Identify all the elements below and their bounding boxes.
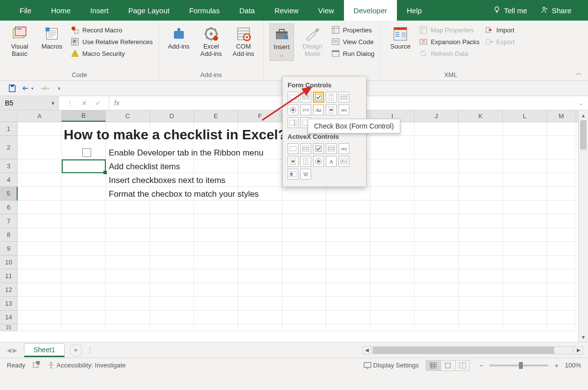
form-label-control[interactable]: Aa <box>313 104 324 115</box>
tab-insert[interactable]: Insert <box>80 0 119 21</box>
tab-help[interactable]: Help <box>397 0 432 21</box>
expansion-packs-button[interactable]: Expansion Packs <box>419 37 480 46</box>
hscroll-thumb[interactable] <box>373 347 554 354</box>
row-header-9[interactable]: 9 <box>0 242 18 256</box>
col-header-B[interactable]: B <box>62 110 106 122</box>
add-sheet-button[interactable]: + <box>70 344 82 357</box>
row-header-13[interactable]: 13 <box>0 297 18 311</box>
row-header-4[interactable]: 4 <box>0 173 18 187</box>
display-settings[interactable]: Display Settings <box>364 362 419 369</box>
zoom-out[interactable]: − <box>477 361 486 370</box>
row-header-5[interactable]: 5 <box>0 187 18 201</box>
col-header-M[interactable]: M <box>547 110 576 122</box>
record-macro-button[interactable]: Record Macro <box>71 26 153 34</box>
ax-checkbox-control[interactable] <box>313 143 324 154</box>
accessibility-status[interactable]: Accessibility: Investigate <box>47 362 126 369</box>
refresh-data-button[interactable]: Refresh Data <box>419 49 480 58</box>
ax-listbox-control[interactable] <box>326 143 337 154</box>
row-header-2[interactable]: 2 <box>0 136 18 159</box>
tab-review[interactable]: Review <box>265 0 308 21</box>
row-header-11[interactable]: 11 <box>0 269 18 283</box>
form-optionbutton-control[interactable] <box>288 104 298 115</box>
col-header-D[interactable]: D <box>150 110 194 122</box>
tab-grip[interactable]: ⋮ <box>82 347 98 354</box>
hscroll-right[interactable]: ▶ <box>574 346 583 355</box>
form-scrollbar-control[interactable] <box>326 104 337 115</box>
ax-button-control[interactable] <box>288 143 298 154</box>
form-spinner-control[interactable] <box>326 92 337 103</box>
vscroll-thumb[interactable] <box>580 120 587 150</box>
ax-label-control[interactable]: A <box>326 156 337 167</box>
row-header-6[interactable]: 6 <box>0 201 18 214</box>
row-header-7[interactable]: 7 <box>0 214 18 228</box>
row-header-15[interactable]: 15 <box>0 324 18 331</box>
ax-morecontrols-control[interactable] <box>300 169 311 180</box>
view-page-layout[interactable] <box>441 360 455 371</box>
save-button[interactable] <box>7 83 18 94</box>
import-button[interactable]: Import <box>485 26 515 34</box>
col-header-L[interactable]: L <box>503 110 547 122</box>
ax-spinbutton-control[interactable] <box>300 156 311 167</box>
expand-formula-bar[interactable]: ⌄ <box>579 100 583 106</box>
tab-home[interactable]: Home <box>41 0 80 21</box>
hscroll-left[interactable]: ◀ <box>363 346 371 355</box>
run-dialog-button[interactable]: Run Dialog <box>331 49 374 58</box>
form-combobox-control[interactable] <box>300 92 311 103</box>
com-addins-button[interactable]: COM Add-ins <box>230 24 257 60</box>
sheet-tab-1[interactable]: Sheet1 <box>24 343 64 357</box>
fx-label[interactable]: fx <box>109 96 124 110</box>
vertical-scrollbar[interactable]: ▲ ▼ <box>578 110 588 342</box>
scroll-up-button[interactable]: ▲ <box>579 110 588 120</box>
macro-security-button[interactable]: !Macro Security <box>71 49 153 58</box>
insert-controls-button[interactable]: Insert⌵ <box>270 24 294 61</box>
col-header-E[interactable]: E <box>194 110 238 122</box>
row-header-3[interactable]: 3 <box>0 159 18 173</box>
view-normal[interactable] <box>426 360 441 371</box>
map-properties-button[interactable]: Map Properties <box>419 26 480 34</box>
col-header-C[interactable]: C <box>106 110 150 122</box>
enter-formula-button[interactable]: ✓ <box>95 99 101 107</box>
row-header-10[interactable]: 10 <box>0 256 18 269</box>
redo-button[interactable]: ▾ <box>38 83 49 94</box>
ax-scrollbar-control[interactable] <box>288 156 298 167</box>
tab-view[interactable]: View <box>308 0 343 21</box>
design-mode-button[interactable]: Design Mode <box>299 24 326 60</box>
scroll-down-button[interactable]: ▼ <box>579 332 588 342</box>
tell-me[interactable]: Tell me <box>486 0 534 21</box>
visual-basic-button[interactable]: Visual Basic <box>6 24 33 60</box>
form-combo-list-control[interactable] <box>288 117 298 128</box>
sheet-nav-buttons[interactable]: ◀ ▶ <box>0 347 24 354</box>
cancel-formula-button[interactable]: ✕ <box>81 99 87 107</box>
undo-button[interactable]: ▾ <box>23 83 33 94</box>
col-header-A[interactable]: A <box>18 110 62 122</box>
ax-textbox-control[interactable]: ab| <box>339 143 349 154</box>
tab-file[interactable]: File <box>10 0 41 21</box>
tab-data[interactable]: Data <box>229 0 265 21</box>
row-header-12[interactable]: 12 <box>0 283 18 297</box>
horizontal-scrollbar[interactable]: ◀ ▶ <box>98 346 588 355</box>
form-checkbox-control[interactable] <box>313 92 324 103</box>
form-groupbox-control[interactable]: XYZ <box>300 104 311 115</box>
share-button[interactable]: Share <box>534 0 578 21</box>
view-page-break[interactable] <box>455 360 470 371</box>
ax-optionbutton-control[interactable] <box>313 156 324 167</box>
tab-page-layout[interactable]: Page Layout <box>119 0 179 21</box>
properties-button[interactable]: Properties <box>331 26 374 34</box>
tab-formulas[interactable]: Formulas <box>179 0 230 21</box>
form-button-control[interactable] <box>288 92 298 103</box>
col-header-K[interactable]: K <box>459 110 503 122</box>
excel-addins-button[interactable]: Excel Add-ins <box>197 24 225 60</box>
macro-record-status-icon[interactable] <box>32 361 40 370</box>
form-textfield-control[interactable]: ab| <box>339 104 349 115</box>
form-listbox-control[interactable] <box>339 92 349 103</box>
col-header-J[interactable]: J <box>415 110 459 122</box>
source-button[interactable]: Source <box>387 24 414 52</box>
select-all-corner[interactable] <box>0 110 18 122</box>
zoom-level[interactable]: 100% <box>565 362 581 369</box>
addins-button[interactable]: Add-ins <box>165 24 193 52</box>
row-header-1[interactable]: 1 <box>0 122 18 136</box>
tab-developer[interactable]: Developer <box>344 0 397 21</box>
zoom-slider[interactable] <box>490 364 548 366</box>
row-header-14[interactable]: 14 <box>0 311 18 324</box>
zoom-in[interactable]: + <box>552 361 561 370</box>
